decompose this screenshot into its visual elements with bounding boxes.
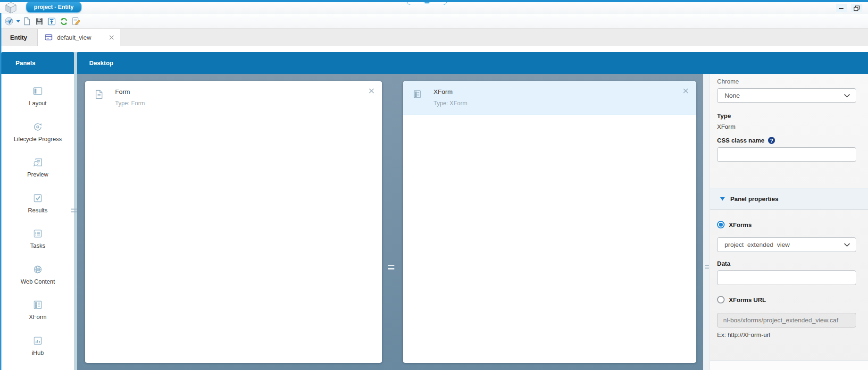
sidebar-item-label: Layout (29, 100, 47, 107)
panel-card-xform[interactable]: XForm Type: XForm (403, 81, 696, 363)
triangle-down-icon (720, 197, 725, 201)
save-button[interactable] (33, 15, 45, 27)
app-logo-cube-icon (4, 1, 17, 15)
app-title: project - Entity (34, 4, 74, 10)
xforms-url-radio-label: XForms URL (729, 296, 766, 303)
panel-title: Form (115, 88, 145, 95)
view-card-icon (44, 33, 53, 42)
panel-card-form-header[interactable]: Form Type: Form (85, 81, 382, 115)
xform-icon (32, 299, 43, 311)
xforms-select-value: project_extended_view (725, 241, 790, 248)
close-panel-icon[interactable] (368, 88, 375, 94)
main-area: Panels Layout Lifecycle Prog (0, 46, 868, 370)
css-class-label: CSS class name (717, 137, 764, 144)
sidebar-splitter-grip[interactable] (71, 209, 77, 212)
app-menu-button[interactable] (3, 15, 15, 27)
sidebar-item-label: XForm (29, 314, 47, 320)
sidebar-item-tasks[interactable]: Tasks (1, 228, 74, 264)
panel-properties-accordion[interactable]: Panel properties (710, 188, 868, 210)
panel-properties-title: Panel properties (730, 195, 778, 202)
panel-card-xform-header[interactable]: XForm Type: XForm (403, 81, 696, 115)
panels-list: Layout Lifecycle Progress (1, 68, 74, 370)
sidebar-item-label: Tasks (30, 243, 45, 249)
xforms-url-radio-row[interactable]: XForms URL (717, 296, 856, 303)
xforms-url-input[interactable] (717, 313, 856, 328)
chrome-select-value: None (725, 92, 740, 99)
app-title-tab[interactable]: project - Entity (26, 1, 82, 13)
form-doc-icon (94, 89, 104, 100)
restore-button[interactable] (851, 4, 862, 12)
panel-card-form[interactable]: Form Type: Form (85, 81, 382, 363)
sidebar-item-label: iHub (32, 350, 44, 356)
edit-icon (71, 17, 81, 26)
app-menu-dropdown[interactable] (15, 15, 21, 27)
save-icon (35, 17, 44, 26)
ihub-icon (32, 335, 43, 346)
chevron-down-icon (16, 20, 20, 23)
sidebar-item-results[interactable]: Results (1, 193, 74, 228)
properties-splitter[interactable] (703, 74, 710, 370)
layout-icon (32, 85, 43, 97)
toolbar (3, 14, 868, 28)
desktop-canvas: Form Type: Form (77, 74, 703, 370)
refresh-button[interactable] (58, 15, 70, 27)
data-label: Data (717, 260, 856, 267)
sidebar-item-layout[interactable]: Layout (1, 85, 74, 121)
left-accent-strip (0, 13, 1, 370)
panel-subtitle: Type: Form (115, 100, 145, 107)
xforms-select[interactable]: project_extended_view (717, 237, 856, 252)
data-input[interactable] (717, 270, 856, 285)
panel-subtitle: Type: XForm (434, 100, 467, 107)
minimize-icon (839, 6, 844, 10)
app-window: project - Entity (0, 0, 868, 370)
publish-button[interactable] (45, 15, 58, 27)
sidebar-item-xform[interactable]: XForm (1, 299, 74, 335)
chrome-select[interactable]: None (717, 88, 856, 103)
new-document-button[interactable] (21, 15, 33, 27)
sidebar-item-preview[interactable]: Preview (1, 157, 74, 193)
document-tabbar: Entity default_view (0, 28, 868, 46)
chevron-down-icon (844, 243, 850, 247)
xforms-radio-label: XForms (729, 221, 751, 228)
help-icon[interactable]: ? (768, 137, 775, 144)
minimize-button[interactable] (836, 4, 847, 12)
properties-splitter-grip[interactable] (705, 265, 709, 269)
preview-icon (32, 157, 43, 168)
restore-icon (853, 5, 860, 11)
xforms-radio[interactable] (717, 221, 725, 228)
refresh-icon (59, 17, 68, 26)
properties-footer (710, 360, 868, 370)
close-panel-icon[interactable] (683, 88, 689, 94)
sidebar-item-web-content[interactable]: Web Content (1, 264, 74, 300)
type-label: Type (717, 112, 856, 119)
tab-entity[interactable]: Entity (0, 29, 38, 46)
xforms-url-hint: Ex: http://XForm-url (717, 331, 856, 338)
publish-icon (47, 17, 56, 26)
desktop-header: Desktop (77, 52, 868, 74)
xforms-url-radio[interactable] (717, 296, 725, 303)
panel-title: XForm (434, 88, 467, 95)
css-class-input[interactable] (717, 147, 856, 162)
xforms-radio-row[interactable]: XForms (717, 221, 856, 228)
results-icon (32, 193, 43, 204)
sidebar-item-lifecycle-progress[interactable]: Lifecycle Progress (1, 121, 74, 157)
xform-doc-icon (412, 89, 422, 99)
titlebar: project - Entity (0, 0, 868, 14)
properties-panel: Chrome None Type XForm CSS class name ? (710, 74, 868, 370)
lifecycle-icon (32, 121, 43, 133)
edit-button[interactable] (70, 15, 82, 27)
desktop-title: Desktop (89, 59, 113, 67)
sidebar-item-label: Web Content (21, 278, 55, 285)
tasks-icon (32, 228, 43, 239)
panel-properties-section: XForms project_extended_view Data XForms… (710, 210, 868, 338)
sidebar-item-label: Lifecycle Progress (14, 136, 62, 143)
sidebar-item-label: Results (28, 207, 48, 214)
sidebar-item-ihub[interactable]: iHub (1, 335, 74, 370)
tab-entity-label: Entity (10, 34, 27, 41)
sidebar-item-label: Preview (27, 171, 48, 178)
top-accent-strip (0, 0, 868, 2)
type-value: XForm (717, 123, 856, 130)
tab-default-view[interactable]: default_view (38, 29, 120, 46)
panel-splitter-grip[interactable] (388, 265, 394, 269)
close-tab-icon[interactable] (109, 35, 114, 40)
